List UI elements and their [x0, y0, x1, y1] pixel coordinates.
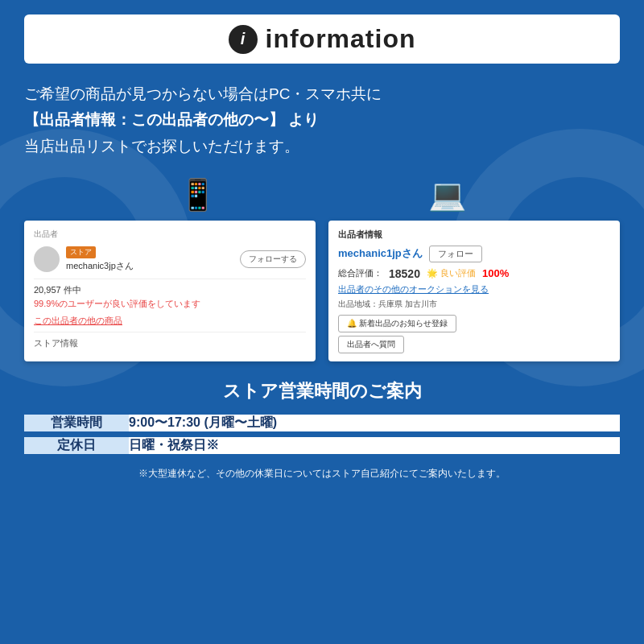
pc-rating-num: 18520: [389, 267, 420, 280]
pc-user-row: mechanic1jpさん フォロー: [338, 246, 610, 262]
mobile-store-info-link[interactable]: ストア情報: [34, 338, 78, 348]
store-badge: ストア: [66, 246, 96, 258]
mobile-user-info: ストア mechanic3jpさん: [66, 246, 233, 272]
pc-screenshot: 出品者情報 mechanic1jpさん フォロー 総合評価： 18520 🌟 良…: [328, 221, 620, 361]
avatar: [34, 246, 60, 272]
hours-row: 定休日日曜・祝祭日※: [24, 436, 620, 455]
store-hours-table: 営業時間9:00〜17:30 (月曜〜土曜)定休日日曜・祝祭日※: [24, 415, 620, 456]
pc-username: mechanic1jpさん: [338, 246, 423, 261]
pc-location: 出品地域：兵庫県 加古川市: [338, 299, 610, 310]
pc-good-label: 🌟 良い評価: [427, 267, 476, 279]
pc-follow-button[interactable]: フォロー: [429, 246, 482, 262]
main-description: ご希望の商品が見つからない場合はPC・スマホ共に 【出品者情報：この出品者の他の…: [24, 81, 620, 159]
info-icon: i: [229, 25, 258, 54]
pc-good-pct: 100%: [482, 267, 509, 279]
pc-rating-label: 総合評価：: [338, 267, 382, 279]
mobile-follow-button[interactable]: フォローする: [240, 250, 306, 268]
mobile-review-pct: 99.9%のユーザーが良い評価をしています: [34, 298, 306, 310]
hours-value: 9:00〜17:30 (月曜〜土曜): [129, 415, 620, 433]
info-header: i information: [24, 14, 620, 64]
pc-rating-row: 総合評価： 18520 🌟 良い評価 100%: [338, 267, 610, 280]
mobile-icon: 📱: [179, 177, 217, 213]
pc-question-button[interactable]: 出品者へ質問: [338, 336, 404, 353]
pc-icon: 💻: [428, 177, 466, 213]
mobile-section-label: 出品者: [34, 229, 306, 240]
mobile-screenshot: 出品者 ストア mechanic3jpさん フォローする 20,957 件中 9…: [24, 221, 316, 361]
store-hours-title: ストア営業時間のご案内: [24, 379, 620, 403]
screenshots-row: 出品者 ストア mechanic3jpさん フォローする 20,957 件中 9…: [24, 221, 620, 361]
hours-label: 営業時間: [24, 415, 129, 433]
info-title: information: [266, 24, 416, 54]
hours-value: 日曜・祝祭日※: [129, 436, 620, 455]
mobile-user-row: ストア mechanic3jpさん フォローする: [34, 246, 306, 272]
pc-auction-link[interactable]: 出品者のその他のオークションを見る: [338, 283, 610, 295]
footer-note: ※大型連休など、その他の休業日についてはストア自己紹介にてご案内いたします。: [24, 466, 620, 481]
hours-label: 定休日: [24, 436, 129, 455]
hours-row: 営業時間9:00〜17:30 (月曜〜土曜): [24, 415, 620, 433]
pc-section-label: 出品者情報: [338, 229, 610, 241]
device-icons-row: 📱 💻: [24, 177, 620, 213]
mobile-other-products-link[interactable]: この出品者の他の商品: [34, 315, 306, 327]
pc-notify-button[interactable]: 🔔 新着出品のお知らせ登録: [338, 315, 456, 332]
mobile-username: mechanic3jpさん: [66, 260, 233, 272]
mobile-review-count: 20,957 件中: [34, 284, 306, 296]
